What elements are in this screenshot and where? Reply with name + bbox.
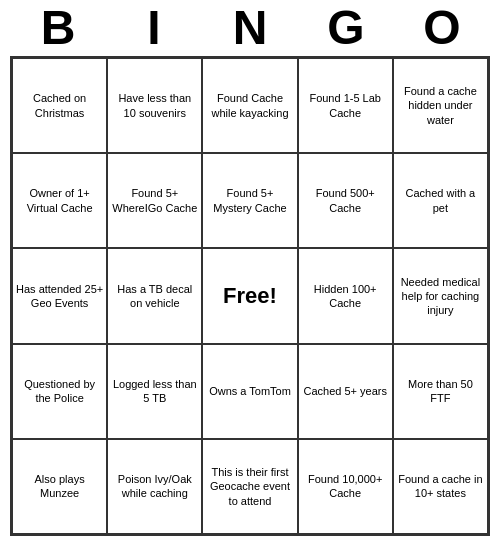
bingo-cell-10: Has attended 25+ Geo Events [12,248,107,343]
title-letter-n: N [202,4,298,52]
bingo-cell-22: This is their first Geocache event to at… [202,439,297,534]
bingo-cell-5: Owner of 1+ Virtual Cache [12,153,107,248]
bingo-cell-6: Found 5+ WhereIGo Cache [107,153,202,248]
title-letter-o: O [394,4,490,52]
bingo-cell-20: Also plays Munzee [12,439,107,534]
bingo-cell-19: More than 50 FTF [393,344,488,439]
bingo-cell-7: Found 5+ Mystery Cache [202,153,297,248]
bingo-cell-4: Found a cache hidden under water [393,58,488,153]
bingo-cell-16: Logged less than 5 TB [107,344,202,439]
bingo-cell-14: Needed medical help for caching injury [393,248,488,343]
bingo-cell-21: Poison Ivy/Oak while caching [107,439,202,534]
bingo-cell-13: Hidden 100+ Cache [298,248,393,343]
bingo-cell-23: Found 10,000+ Cache [298,439,393,534]
bingo-cell-1: Have less than 10 souvenirs [107,58,202,153]
bingo-title: BINGO [10,0,490,56]
bingo-cell-0: Cached on Christmas [12,58,107,153]
free-cell: Free! [202,248,297,343]
bingo-cell-24: Found a cache in 10+ states [393,439,488,534]
bingo-cell-2: Found Cache while kayacking [202,58,297,153]
bingo-cell-9: Cached with a pet [393,153,488,248]
bingo-cell-3: Found 1-5 Lab Cache [298,58,393,153]
bingo-grid: Cached on ChristmasHave less than 10 sou… [10,56,490,536]
title-letter-g: G [298,4,394,52]
bingo-cell-18: Cached 5+ years [298,344,393,439]
title-letter-b: B [10,4,106,52]
bingo-cell-17: Owns a TomTom [202,344,297,439]
bingo-cell-11: Has a TB decal on vehicle [107,248,202,343]
title-letter-i: I [106,4,202,52]
bingo-cell-15: Questioned by the Police [12,344,107,439]
bingo-cell-8: Found 500+ Cache [298,153,393,248]
